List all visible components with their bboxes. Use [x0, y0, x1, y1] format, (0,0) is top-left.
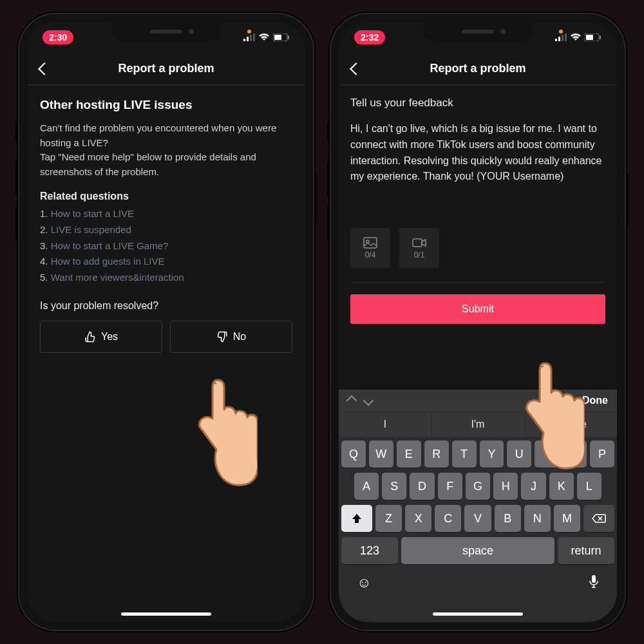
pointer-hand-icon [180, 375, 258, 491]
nav-bar: Report a problem [339, 53, 617, 85]
key[interactable]: I [535, 440, 559, 468]
key[interactable]: Z [375, 505, 402, 532]
keyboard-row-4: 123 space return [341, 537, 614, 564]
yes-label: Yes [101, 331, 118, 343]
related-link[interactable]: How to start a LIVE Game? [51, 240, 169, 251]
section-title: Other hosting LIVE issues [40, 98, 292, 112]
keyboard-next-field[interactable] [363, 395, 374, 406]
key[interactable]: G [466, 473, 490, 500]
suggestion[interactable]: I'm [431, 412, 524, 437]
key[interactable]: X [405, 505, 431, 532]
key[interactable]: Y [480, 440, 504, 468]
status-time: 2:30 [43, 30, 73, 44]
key[interactable]: W [369, 440, 393, 468]
key[interactable]: M [554, 505, 580, 532]
key[interactable]: R [424, 440, 449, 468]
keyboard-done-button[interactable]: Done [582, 395, 608, 406]
add-video-button[interactable]: 0/1 [399, 228, 439, 268]
keyboard-row-2: A S D F G H J K L [341, 473, 614, 500]
phone-right: 2:32 Report a problem Tell us your feedb… [330, 13, 626, 631]
key[interactable]: A [354, 473, 379, 500]
key[interactable]: Q [341, 440, 366, 468]
thumbs-up-icon [84, 331, 96, 343]
keyboard-row-3: Z X C V B N M [341, 505, 614, 532]
submit-button[interactable]: Submit [350, 294, 605, 324]
svg-rect-7 [555, 39, 557, 41]
return-key[interactable]: return [558, 537, 614, 564]
key[interactable]: P [590, 440, 614, 468]
svg-rect-6 [288, 35, 289, 39]
related-link[interactable]: How to start a LIVE [51, 208, 134, 219]
shift-key[interactable] [341, 505, 372, 532]
battery-icon [273, 33, 290, 41]
key[interactable]: K [549, 473, 574, 500]
key[interactable]: J [521, 473, 545, 500]
no-button[interactable]: No [170, 321, 292, 353]
photo-count: 0/4 [365, 251, 376, 260]
space-key[interactable]: space [401, 537, 554, 564]
keyboard-prev-field[interactable] [346, 395, 357, 406]
numbers-key[interactable]: 123 [341, 537, 398, 564]
svg-rect-13 [600, 35, 601, 39]
key[interactable]: B [495, 505, 521, 532]
related-link[interactable]: Want more viewers&interaction [51, 272, 184, 283]
key[interactable]: L [577, 473, 601, 500]
home-indicator[interactable] [121, 612, 211, 616]
key[interactable]: O [562, 440, 587, 468]
key[interactable]: H [493, 473, 518, 500]
suggestion[interactable]: I [339, 412, 431, 437]
video-count: 0/1 [414, 251, 425, 260]
key[interactable]: E [397, 440, 421, 468]
key[interactable]: V [464, 505, 491, 532]
back-button[interactable] [350, 62, 363, 75]
svg-rect-2 [250, 35, 252, 41]
submit-label: Submit [462, 303, 494, 315]
wifi-icon [259, 33, 269, 41]
video-icon [412, 237, 426, 249]
suggestion[interactable]: Please [525, 412, 617, 437]
svg-rect-12 [586, 35, 593, 40]
svg-rect-17 [592, 575, 596, 583]
key[interactable]: F [438, 473, 462, 500]
yes-button[interactable]: Yes [40, 321, 162, 353]
signal-icon [243, 33, 255, 41]
key[interactable]: N [524, 505, 551, 532]
svg-rect-0 [243, 39, 245, 41]
svg-rect-3 [253, 33, 255, 41]
body-text: Can't find the problem you encountered w… [40, 121, 292, 179]
nav-title: Report a problem [118, 62, 214, 75]
back-button[interactable] [38, 62, 51, 75]
related-questions-list: 1. How to start a LIVE 2. LIVE is suspen… [40, 206, 292, 286]
related-link[interactable]: How to add guests in LIVE [51, 256, 165, 267]
key[interactable]: S [382, 473, 406, 500]
keyboard-row-1: Q W E R T Y U I O P [341, 440, 614, 468]
svg-rect-16 [413, 239, 422, 247]
mic-key[interactable] [589, 574, 599, 592]
keyboard: Done I I'm Please Q W E R T Y U I O P [339, 390, 617, 622]
status-time: 2:32 [354, 30, 385, 44]
battery-icon [585, 33, 601, 41]
add-photo-button[interactable]: 0/4 [350, 228, 390, 268]
signal-icon [555, 33, 567, 41]
wifi-icon [571, 33, 581, 41]
home-indicator[interactable] [433, 612, 523, 616]
svg-rect-8 [558, 37, 560, 41]
keyboard-suggestions: I I'm Please [339, 412, 617, 437]
divider [350, 282, 605, 283]
key[interactable]: D [410, 473, 434, 500]
thumbs-down-icon [216, 331, 228, 343]
related-questions-title: Related questions [40, 191, 292, 202]
svg-rect-10 [565, 33, 567, 41]
key[interactable]: T [452, 440, 477, 468]
feedback-title: Tell us your feedback [350, 97, 605, 109]
backspace-key[interactable] [583, 505, 614, 532]
key[interactable]: U [507, 440, 531, 468]
phone-left: 2:30 Report a problem Other hosting LIVE… [18, 13, 314, 631]
related-link[interactable]: LIVE is suspended [51, 224, 131, 235]
feedback-textarea[interactable]: Hi, I can't go live, which is a big issu… [350, 121, 605, 211]
emoji-key[interactable]: ☺ [357, 574, 371, 592]
nav-title: Report a problem [430, 62, 526, 75]
svg-rect-1 [247, 37, 249, 41]
key[interactable]: C [435, 505, 461, 532]
svg-rect-5 [274, 35, 281, 40]
